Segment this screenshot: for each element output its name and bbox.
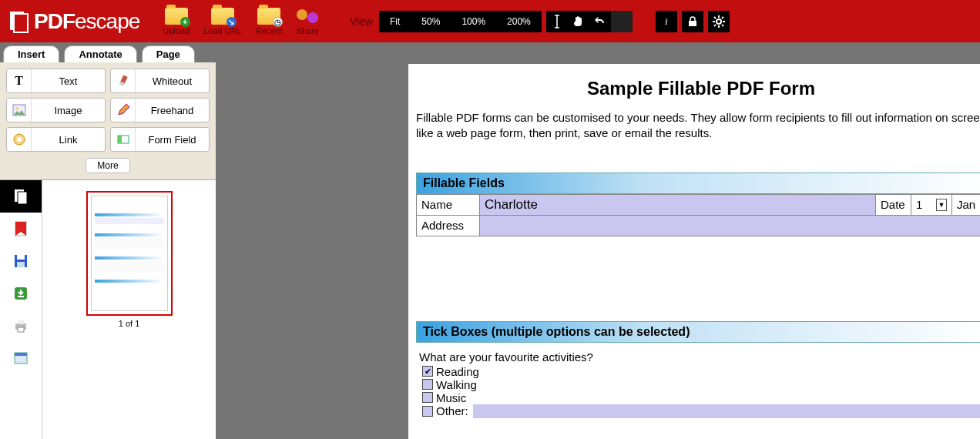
- address-input[interactable]: [485, 218, 980, 233]
- gear-icon: [713, 15, 725, 28]
- app-logo[interactable]: PDFescape: [8, 9, 139, 34]
- upload-label: Upload: [163, 26, 190, 35]
- checkbox-row-walking: Walking: [422, 378, 980, 391]
- undo-button[interactable]: [589, 11, 611, 32]
- name-input[interactable]: [485, 197, 871, 213]
- checkbox-label: Reading: [436, 365, 479, 378]
- side-window-button[interactable]: [0, 342, 42, 374]
- date-label: Date: [876, 194, 911, 215]
- checkbox-row-reading: Reading: [422, 365, 980, 378]
- date-day-cell: ▼: [911, 194, 952, 215]
- text-icon: T: [7, 69, 32, 92]
- date-day-dropdown[interactable]: ▼: [936, 199, 947, 211]
- thumbnail-caption: 1 of 1: [119, 319, 140, 328]
- zoom-50-button[interactable]: 50%: [411, 11, 451, 32]
- text-cursor-button[interactable]: [546, 11, 568, 32]
- share-button[interactable]: Share: [297, 8, 319, 35]
- date-month-cell[interactable]: Jan: [952, 194, 981, 215]
- page-red-icon: [13, 220, 29, 237]
- section-fillable-fields: Fillable Fields: [416, 173, 980, 194]
- svg-rect-21: [18, 192, 27, 204]
- cursor-tools: [546, 11, 633, 32]
- image-icon: [7, 99, 32, 122]
- settings-button[interactable]: [708, 11, 730, 32]
- side-print-button[interactable]: [0, 310, 42, 342]
- name-field-cell: [480, 194, 876, 215]
- document-area[interactable]: Sample Fillable PDF Form Fillable PDF fo…: [216, 42, 980, 439]
- svg-rect-19: [118, 136, 122, 143]
- hand-cursor-button[interactable]: [568, 11, 589, 32]
- info-button[interactable]: i: [656, 11, 677, 32]
- top-actions: + Upload ↘ Load URL ◷ Recent Share: [163, 8, 319, 35]
- svg-line-9: [722, 25, 723, 26]
- svg-line-11: [722, 17, 723, 18]
- download-icon: [13, 286, 29, 301]
- doc-title: Sample Fillable PDF Form: [416, 78, 980, 99]
- pencil-icon: [111, 99, 136, 122]
- side-annotate-button[interactable]: [0, 213, 42, 245]
- printer-icon: [13, 318, 29, 333]
- checkbox-label: Music: [436, 391, 466, 404]
- tab-page[interactable]: Page: [142, 45, 195, 62]
- tool-image[interactable]: Image: [6, 98, 106, 122]
- tool-link[interactable]: Link: [6, 127, 106, 152]
- tool-form-field[interactable]: Form Field: [110, 127, 210, 152]
- side-save-button[interactable]: [0, 245, 42, 277]
- date-day-input[interactable]: [916, 198, 936, 211]
- more-button[interactable]: More: [86, 158, 129, 173]
- left-column: Insert Annotate Page T Text Whiteout: [0, 42, 216, 439]
- lock-button[interactable]: [682, 11, 703, 32]
- app-name: PDFescape: [34, 9, 139, 34]
- folder-url-icon: ↘: [211, 8, 234, 25]
- top-bar: PDFescape + Upload ↘ Load URL ◷ Recent S…: [0, 0, 980, 42]
- pdf-page[interactable]: Sample Fillable PDF Form Fillable PDF fo…: [408, 64, 980, 439]
- folder-recent-icon: ◷: [257, 8, 280, 25]
- page-thumbnail[interactable]: [86, 191, 173, 316]
- zoom-fit-button[interactable]: Fit: [379, 11, 411, 32]
- pdf-logo-icon: [8, 10, 31, 33]
- text-cursor-icon: [552, 15, 562, 28]
- checkbox-music[interactable]: [422, 392, 433, 403]
- svg-rect-28: [18, 320, 24, 324]
- tab-annotate[interactable]: Annotate: [64, 45, 136, 62]
- side-pages-button[interactable]: [0, 180, 42, 213]
- checkbox-walking[interactable]: [422, 379, 433, 390]
- svg-point-15: [15, 107, 18, 110]
- share-label: Share: [297, 26, 319, 35]
- recent-button[interactable]: ◷ Recent: [256, 8, 283, 35]
- tab-insert[interactable]: Insert: [3, 45, 59, 62]
- panel-tabs: Insert Annotate Page: [0, 42, 216, 62]
- svg-line-8: [714, 17, 716, 18]
- view-label: View: [350, 15, 373, 28]
- table-row: Address: [417, 215, 981, 236]
- address-label: Address: [417, 215, 480, 236]
- people-icon: [297, 8, 318, 25]
- svg-point-3: [717, 19, 721, 24]
- zoom-200-button[interactable]: 200%: [496, 11, 542, 32]
- thumbnail-panel: 1 of 1: [42, 180, 216, 439]
- svg-rect-2: [689, 21, 696, 26]
- upload-button[interactable]: + Upload: [163, 8, 190, 35]
- tool-freehand[interactable]: Freehand: [110, 98, 210, 122]
- svg-line-10: [714, 25, 716, 26]
- hand-icon: [572, 15, 585, 28]
- svg-rect-31: [15, 353, 27, 356]
- checkbox-reading[interactable]: [422, 366, 433, 377]
- whiteout-icon: [111, 69, 136, 92]
- tool-text[interactable]: T Text: [6, 69, 106, 93]
- svg-rect-29: [18, 327, 24, 332]
- main: Insert Annotate Page T Text Whiteout: [0, 42, 980, 439]
- folder-upload-icon: +: [165, 8, 188, 25]
- tool-whiteout[interactable]: Whiteout: [110, 69, 210, 93]
- question-text: What are your favourite activities?: [419, 350, 980, 364]
- checkbox-label: Walking: [436, 378, 477, 391]
- fields-table: Name Date ▼ Jan: [416, 194, 980, 236]
- link-icon: [7, 128, 32, 151]
- lock-icon: [688, 16, 697, 27]
- load-url-button[interactable]: ↘ Load URL: [203, 8, 242, 35]
- checkbox-other[interactable]: [422, 406, 433, 417]
- side-download-button[interactable]: [0, 277, 42, 310]
- other-input[interactable]: [473, 404, 980, 418]
- zoom-100-button[interactable]: 100%: [451, 11, 496, 32]
- redo-button[interactable]: [611, 11, 633, 32]
